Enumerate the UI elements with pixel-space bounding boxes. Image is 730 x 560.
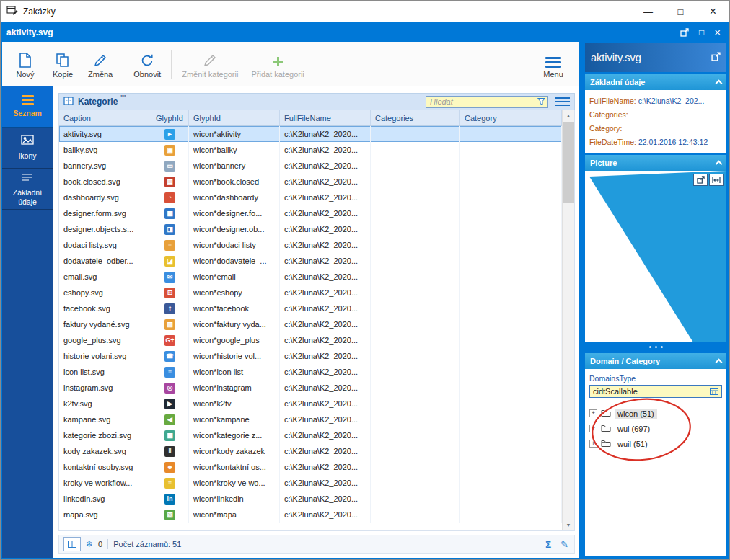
table-row[interactable]: eshopy.svg ⊞ wicon*eshopy c:\K2luna\K2_2… bbox=[59, 285, 562, 301]
cell-glyphid: wicon*dodavatele_... bbox=[189, 253, 280, 269]
new-button[interactable]: Nový bbox=[6, 44, 44, 85]
table-row[interactable]: faktury vydané.svg ▤ wicon*faktury vyda.… bbox=[59, 316, 562, 332]
column-header[interactable]: Caption bbox=[59, 110, 151, 126]
tree-item[interactable]: wui (697) bbox=[589, 421, 722, 436]
table-row[interactable]: baliky.svg ▣ wicon*baliky c:\K2luna\K2_2… bbox=[59, 142, 562, 158]
change-button[interactable]: Změna bbox=[82, 44, 119, 85]
cell-caption: kategorie zbozi.svg bbox=[59, 427, 151, 443]
table-header: CaptionGlyphIdGlyphIdFullFileNameCategor… bbox=[59, 110, 562, 126]
sidebar-item-seznam[interactable]: Seznam bbox=[2, 86, 53, 128]
basic-fields: FullFileName: c:\K2luna\K2_202... Catego… bbox=[585, 90, 726, 153]
cell-category bbox=[460, 142, 562, 158]
table-row[interactable]: linkedin.svg in wicon*linkedin c:\K2luna… bbox=[59, 491, 562, 507]
table-row[interactable]: designer.objects.s... ◨ wicon*designer.o… bbox=[59, 221, 562, 237]
new-doc-icon bbox=[19, 50, 32, 68]
edit-notes-icon[interactable]: ✎ bbox=[559, 539, 570, 550]
combo-dropdown-icon[interactable] bbox=[708, 388, 720, 395]
cell-categories bbox=[371, 190, 460, 205]
table-row[interactable]: dodaci listy.svg ≡ wicon*dodaci listy c:… bbox=[59, 237, 562, 253]
table-row[interactable]: book.closed.svg ▤ wicon*book.closed c:\K… bbox=[59, 174, 562, 190]
expand-icon[interactable] bbox=[589, 440, 597, 448]
filter-icon[interactable] bbox=[537, 95, 545, 108]
table-row[interactable]: facebook.svg f wicon*facebook c:\K2luna\… bbox=[59, 301, 562, 316]
sidebar-item-ikony[interactable]: Ikony bbox=[2, 128, 53, 169]
scroll-down-icon[interactable]: ▼ bbox=[563, 520, 574, 530]
cell-fullfilename: c:\K2luna\K2_2020... bbox=[280, 459, 371, 475]
section-header-domain[interactable]: Domain / Category bbox=[585, 353, 726, 369]
table-row[interactable]: google_plus.svg G+ wicon*google_plus c:\… bbox=[59, 332, 562, 348]
expand-icon[interactable] bbox=[589, 409, 597, 417]
column-header[interactable]: FullFileName bbox=[280, 110, 371, 126]
section-header-basic[interactable]: Základní údaje bbox=[585, 74, 726, 90]
table-row[interactable]: instagram.svg ◎ wicon*instagram c:\K2lun… bbox=[59, 380, 562, 396]
cell-glyph-icon: in bbox=[151, 491, 189, 507]
menu-button[interactable]: Menu bbox=[535, 44, 572, 85]
splitter-grip[interactable] bbox=[585, 342, 726, 351]
table-row[interactable]: designer.form.svg ▦ wicon*designer.fo...… bbox=[59, 205, 562, 221]
popout-icon[interactable] bbox=[711, 51, 721, 64]
vertical-scrollbar[interactable]: ▲ ▼ bbox=[562, 110, 574, 530]
table-row[interactable]: kroky ve workflow... ≡ wicon*kroky ve wo… bbox=[59, 475, 562, 491]
table-row[interactable]: kontaktní osoby.svg ☻ wicon*kontaktní os… bbox=[59, 459, 562, 475]
table-row[interactable]: k2tv.svg ▶ wicon*k2tv c:\K2luna\K2_2020.… bbox=[59, 396, 562, 412]
table-row[interactable]: bannery.svg ▭ wicon*bannery c:\K2luna\K2… bbox=[59, 158, 562, 174]
picture-popout-button[interactable] bbox=[693, 174, 708, 186]
section-header-picture[interactable]: Picture bbox=[585, 155, 726, 171]
minimize-button[interactable]: — bbox=[632, 1, 664, 22]
maximize-button[interactable]: □ bbox=[664, 1, 697, 22]
record-count-label: Počet záznamů: 51 bbox=[113, 540, 181, 548]
table-row[interactable]: email.svg ✉ wicon*email c:\K2luna\K2_202… bbox=[59, 269, 562, 285]
cell-category bbox=[460, 301, 562, 316]
table-row[interactable]: aktivity.svg ► wicon*aktivity c:\K2luna\… bbox=[59, 126, 562, 142]
mdi-close-button[interactable]: × bbox=[714, 26, 721, 38]
tree-item[interactable]: wicon (51) bbox=[589, 406, 722, 421]
scroll-thumb[interactable] bbox=[563, 122, 574, 203]
column-header[interactable]: GlyphId bbox=[151, 110, 189, 126]
cell-category bbox=[460, 348, 562, 364]
table-row[interactable]: kampane.svg ◀ wicon*kampane c:\K2luna\K2… bbox=[59, 412, 562, 427]
mdi-maximize-button[interactable]: □ bbox=[699, 27, 704, 37]
column-header[interactable]: Category bbox=[460, 110, 562, 126]
cell-fullfilename: c:\K2luna\K2_2020... bbox=[280, 301, 371, 316]
copy-button[interactable]: Kopie bbox=[44, 44, 82, 85]
cell-categories bbox=[371, 380, 460, 396]
sidebar-item-zakladni-udaje[interactable]: Základní údaje bbox=[2, 169, 53, 210]
cell-fullfilename: c:\K2luna\K2_2020... bbox=[280, 380, 371, 396]
domains-type-combo[interactable]: cidtScallable bbox=[589, 385, 722, 398]
table-row[interactable]: dodavatele_odber... ◪ wicon*dodavatele_.… bbox=[59, 253, 562, 269]
cell-fullfilename: c:\K2luna\K2_2020... bbox=[280, 364, 371, 380]
cell-categories bbox=[371, 174, 460, 190]
refresh-button[interactable]: Obnovit bbox=[127, 44, 167, 85]
cell-categories bbox=[371, 443, 460, 459]
expand-icon[interactable] bbox=[589, 425, 597, 432]
cell-fullfilename: c:\K2luna\K2_2020... bbox=[280, 507, 371, 523]
table-row[interactable]: dashboardy.svg ◔ wicon*dashboardy c:\K2l… bbox=[59, 190, 562, 205]
cell-caption: linkedin.svg bbox=[59, 491, 151, 507]
table-row[interactable]: icon list.svg ≡ wicon*icon list c:\K2lun… bbox=[59, 364, 562, 380]
search-input[interactable] bbox=[428, 97, 537, 107]
sum-icon[interactable]: Σ bbox=[542, 539, 554, 550]
cell-glyph-icon: ≡ bbox=[151, 364, 189, 380]
table-row[interactable]: kody zakazek.svg ‖ wicon*kody zakazek c:… bbox=[59, 443, 562, 459]
table-menu-icon[interactable] bbox=[555, 97, 570, 107]
panel-toggle-button[interactable] bbox=[63, 537, 81, 551]
cell-fullfilename: c:\K2luna\K2_2020... bbox=[280, 285, 371, 301]
table-row[interactable]: kategorie zbozi.svg ▦ wicon*kategorie z.… bbox=[59, 427, 562, 443]
cell-categories bbox=[371, 126, 460, 142]
column-header[interactable]: Categories bbox=[371, 110, 460, 126]
cell-category bbox=[460, 427, 562, 443]
row-icon: f bbox=[164, 303, 175, 314]
cell-categories bbox=[371, 491, 460, 507]
cell-glyph-icon: ▦ bbox=[151, 205, 189, 221]
column-header[interactable]: GlyphId bbox=[189, 110, 280, 126]
table-row[interactable]: mapa.svg ▧ wicon*mapa c:\K2luna\K2_2020.… bbox=[59, 507, 562, 523]
picture-fit-button[interactable] bbox=[709, 174, 724, 186]
cell-caption: google_plus.svg bbox=[59, 332, 151, 348]
tree-item[interactable]: wuil (51) bbox=[589, 436, 722, 451]
close-button[interactable]: × bbox=[697, 1, 729, 22]
mdi-float-button[interactable] bbox=[680, 28, 689, 37]
table-row[interactable]: historie volani.svg ☎ wicon*historie vol… bbox=[59, 348, 562, 364]
status-separator bbox=[107, 539, 108, 549]
cell-fullfilename: c:\K2luna\K2_2020... bbox=[280, 491, 371, 507]
scroll-up-icon[interactable]: ▲ bbox=[563, 110, 574, 121]
